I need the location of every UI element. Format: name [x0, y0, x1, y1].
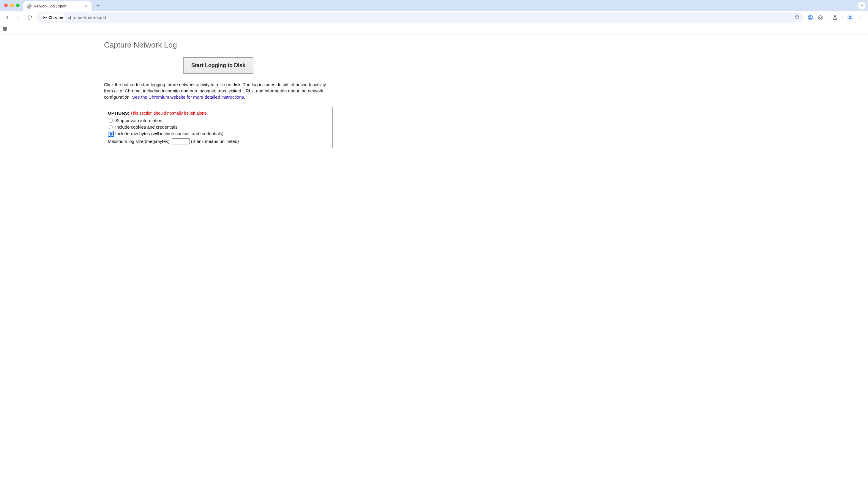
radio-include-raw-bytes-input[interactable]: [109, 131, 113, 136]
page-title: Capture Network Log: [104, 41, 333, 50]
max-log-size-input[interactable]: [172, 139, 190, 144]
svg-point-2: [44, 17, 46, 18]
options-warning: This section should normally be left alo…: [130, 111, 208, 116]
close-window-button[interactable]: [4, 4, 8, 7]
browser-toolbar: Chrome chrome://net-export: [0, 11, 868, 24]
profile-avatar[interactable]: [847, 14, 854, 21]
separator: [827, 15, 828, 20]
max-log-size-hint: (Blank means unlimited): [191, 139, 239, 144]
url-text: chrome://net-export: [68, 15, 792, 20]
menu-kebab-icon[interactable]: [858, 15, 864, 21]
new-tab-button[interactable]: [94, 1, 102, 10]
forward-button[interactable]: [14, 14, 23, 22]
start-logging-button[interactable]: Start Logging to Disk: [183, 57, 253, 74]
site-chip[interactable]: Chrome: [41, 14, 65, 21]
bookmark-star-icon[interactable]: [794, 14, 800, 21]
svg-rect-9: [3, 27, 5, 29]
radio-label: Strip private information: [115, 118, 162, 123]
globe-icon: [27, 4, 31, 8]
labs-flask-icon[interactable]: [832, 15, 838, 21]
window-controls: [4, 4, 20, 7]
reload-button[interactable]: [26, 14, 34, 22]
bookmark-bar: [0, 24, 868, 34]
fullscreen-window-button[interactable]: [16, 4, 20, 7]
tab-strip: Network Log Export: [0, 0, 868, 11]
page-content: Capture Network Log Start Logging to Dis…: [0, 34, 868, 492]
description-post: .: [244, 95, 245, 100]
max-log-size-row: Maximum log size (megabytes): (Blank mea…: [108, 139, 329, 144]
radio-label: Include raw bytes (will include cookies …: [115, 131, 223, 136]
tab-title: Network Log Export: [34, 4, 81, 8]
extensions-icon[interactable]: [818, 15, 823, 21]
apps-grid-icon[interactable]: [2, 26, 8, 32]
radio-include-cookies[interactable]: Include cookies and credentials: [109, 124, 329, 129]
svg-point-4: [810, 16, 811, 18]
svg-rect-11: [3, 29, 5, 31]
address-bar[interactable]: Chrome chrome://net-export: [37, 13, 803, 23]
options-box: OPTIONS: This section should normally be…: [104, 107, 333, 148]
active-tab[interactable]: Network Log Export: [23, 1, 92, 11]
svg-point-7: [861, 17, 862, 18]
description-text: Click the button to start logging future…: [104, 81, 333, 100]
svg-point-8: [861, 19, 862, 19]
radio-strip-private[interactable]: Strip private information: [109, 118, 329, 123]
minimize-window-button[interactable]: [10, 4, 14, 7]
svg-point-6: [861, 16, 862, 16]
options-label: OPTIONS: [108, 110, 128, 116]
profile-badge-icon[interactable]: [808, 15, 813, 21]
radio-include-cookies-input[interactable]: [109, 125, 113, 129]
radio-label: Include cookies and credentials: [115, 124, 177, 129]
site-chip-label: Chrome: [48, 15, 63, 20]
tabs-dropdown-button[interactable]: [858, 2, 866, 9]
radio-strip-private-input[interactable]: [109, 119, 113, 123]
options-header: OPTIONS: This section should normally be…: [108, 110, 329, 116]
svg-rect-10: [6, 27, 7, 29]
toolbar-right: [806, 14, 865, 21]
instructions-link[interactable]: See the Chromium website for more detail…: [132, 95, 244, 100]
max-log-size-label: Maximum log size (megabytes):: [108, 139, 172, 144]
svg-point-5: [849, 16, 851, 17]
close-tab-button[interactable]: [84, 4, 88, 8]
svg-rect-12: [6, 29, 7, 31]
back-button[interactable]: [3, 14, 11, 22]
radio-include-raw-bytes[interactable]: Include raw bytes (will include cookies …: [109, 131, 329, 136]
